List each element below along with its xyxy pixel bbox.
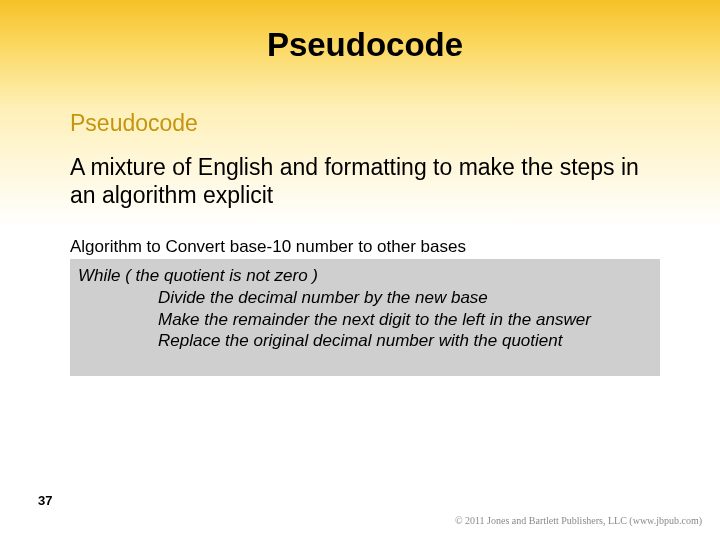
page-number: 37	[38, 493, 52, 508]
code-line: Make the remainder the next digit to the…	[78, 309, 652, 331]
subheading: Pseudocode	[70, 110, 660, 137]
code-line: While ( the quotient is not zero )	[78, 265, 652, 287]
copyright-text: © 2011 Jones and Bartlett Publishers, LL…	[455, 515, 702, 526]
code-line: Replace the original decimal number with…	[78, 330, 652, 352]
pseudocode-box: While ( the quotient is not zero ) Divid…	[70, 259, 660, 376]
code-line: Divide the decimal number by the new bas…	[78, 287, 652, 309]
slide-title: Pseudocode	[70, 26, 660, 64]
algorithm-label: Algorithm to Convert base-10 number to o…	[70, 237, 660, 257]
slide: Pseudocode Pseudocode A mixture of Engli…	[0, 0, 720, 540]
body-paragraph: A mixture of English and formatting to m…	[70, 153, 660, 209]
